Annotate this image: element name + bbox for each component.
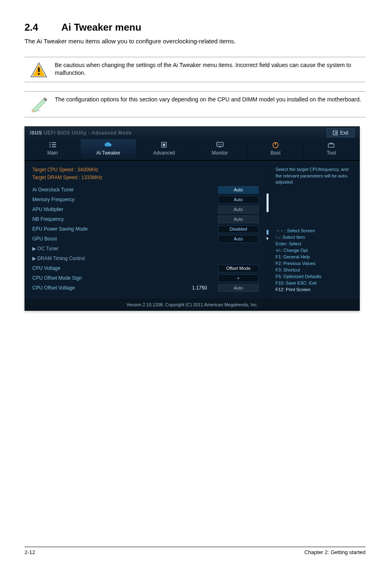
- setting-label: CPU Offset Voltage: [32, 285, 185, 292]
- setting-label: APU Multiplier: [32, 206, 214, 213]
- exit-icon: [333, 130, 338, 135]
- tab-tool-label: Tool: [327, 150, 336, 156]
- help-description: Select the target CPUfrequency, and the …: [276, 166, 354, 195]
- help-key-line: ↑↓: Select Item: [276, 234, 354, 241]
- help-key-line: F5: Optimized Defaults: [276, 274, 354, 280]
- setting-label: Memory Frequency: [32, 196, 214, 203]
- tab-main[interactable]: Main: [25, 139, 81, 160]
- tab-monitor-label: Monitor: [212, 150, 228, 156]
- bios-tabs: Main Ai Tweaker Advanced Monitor Boot To…: [25, 139, 359, 161]
- tab-main-label: Main: [47, 150, 58, 156]
- tab-boot[interactable]: Boot: [248, 139, 303, 160]
- setting-label: ▶ OC Tuner: [32, 245, 214, 252]
- setting-value: +: [218, 274, 259, 282]
- power-icon: [272, 141, 279, 149]
- bios-screenshot: /SUS UEFI BIOS Utility - Advanced Mode E…: [25, 126, 360, 311]
- bios-titlebar: /SUS UEFI BIOS Utility - Advanced Mode E…: [25, 127, 359, 139]
- exit-button[interactable]: Exit: [327, 128, 354, 138]
- warning-text: Be cautious when changing the settings o…: [53, 61, 365, 77]
- section-number: 2.4: [25, 20, 61, 34]
- setting-apu-multiplier[interactable]: APU Multiplier Auto: [32, 205, 263, 215]
- setting-value: Auto: [218, 284, 259, 292]
- setting-value: Offset Mode: [218, 265, 259, 272]
- warning-icon: [25, 61, 53, 78]
- monitor-icon: [216, 141, 224, 149]
- help-key-line: F12: Print Screen: [276, 287, 354, 293]
- bios-brand: /SUS UEFI BIOS Utility - Advanced Mode: [30, 130, 132, 137]
- toolbox-icon: [327, 141, 335, 149]
- list-icon: [49, 141, 57, 149]
- chapter-label: Chapter 2: Getting started: [304, 549, 365, 556]
- brand-logo: /SUS: [30, 130, 42, 136]
- tab-advanced[interactable]: Advanced: [137, 139, 192, 160]
- page-number: 2-12: [25, 549, 35, 556]
- setting-oc-tuner[interactable]: ▶ OC Tuner: [32, 244, 263, 254]
- section-heading: 2.4Ai Tweaker menu: [25, 20, 365, 34]
- tab-monitor[interactable]: Monitor: [192, 139, 248, 160]
- help-key-line: F10: Save ESC: Exit: [276, 280, 354, 287]
- tab-tool[interactable]: Tool: [304, 139, 359, 160]
- setting-value: Auto: [218, 196, 259, 204]
- svg-rect-13: [328, 144, 334, 147]
- setting-label: NB Frequency: [32, 216, 214, 223]
- tab-boot-label: Boot: [271, 150, 281, 156]
- help-key-line: F2: Previous Values: [276, 260, 354, 267]
- setting-label: GPU Boost: [32, 236, 214, 242]
- target-dram-speed: Target DRAM Speed : 1333MHz: [32, 174, 263, 181]
- section-intro: The Ai Tweaker menu items allow you to c…: [25, 37, 365, 45]
- warning-note: Be cautious when changing the settings o…: [25, 57, 365, 82]
- section-title: Ai Tweaker menu: [61, 22, 141, 33]
- scrollbar[interactable]: ▼: [265, 161, 269, 299]
- setting-gpu-boost[interactable]: GPU Boost Auto: [32, 234, 263, 244]
- setting-overclock-tuner[interactable]: Ai Overclock Tuner Auto: [32, 185, 263, 195]
- tab-advanced-label: Advanced: [153, 150, 175, 156]
- help-key-line: +/-: Change Opt.: [276, 247, 354, 254]
- setting-memory-frequency[interactable]: Memory Frequency Auto: [32, 195, 263, 205]
- svg-point-3: [38, 73, 40, 75]
- help-key-line: F1: General Help: [276, 254, 354, 260]
- page-footer: 2-12 Chapter 2: Getting started: [25, 547, 365, 556]
- setting-dram-timing[interactable]: ▶ DRAM Timing Control: [32, 254, 263, 264]
- setting-label: Ai Overclock Tuner: [32, 186, 214, 193]
- setting-value: Auto: [218, 235, 259, 243]
- info-note: The configuration options for this secti…: [25, 91, 365, 117]
- tab-tweaker-label: Ai Tweaker: [96, 150, 120, 156]
- setting-epu-mode[interactable]: EPU Power Saving Mode Disabled: [32, 224, 263, 234]
- bios-footer: Version 2.10.1208. Copyright (C) 2011 Am…: [25, 299, 359, 310]
- help-keys: →←: Select Screen ↑↓: Select Item Enter:…: [276, 228, 354, 293]
- tab-ai-tweaker[interactable]: Ai Tweaker: [81, 139, 136, 160]
- scroll-down-icon[interactable]: ▼: [265, 236, 269, 242]
- pencil-icon: [25, 96, 53, 113]
- setting-offset-voltage[interactable]: CPU Offset Voltage 1.1750 Auto: [32, 283, 263, 293]
- setting-value: Auto: [218, 186, 259, 194]
- setting-nb-frequency[interactable]: NB Frequency Auto: [32, 215, 263, 224]
- brand-mode: UEFI BIOS Utility - Advanced Mode: [42, 130, 132, 136]
- info-text: The configuration options for this secti…: [53, 96, 365, 104]
- setting-value: Auto: [218, 206, 259, 213]
- bios-help-panel: Select the target CPUfrequency, and the …: [269, 161, 359, 299]
- svg-rect-2: [38, 67, 40, 72]
- setting-label: ▶ DRAM Timing Control: [32, 255, 214, 262]
- help-key-line: F3: Shortcut: [276, 267, 354, 274]
- setting-cpu-voltage[interactable]: CPU Voltage Offset Mode: [32, 264, 263, 274]
- setting-value: Disabled: [218, 225, 259, 233]
- help-key-line: →←: Select Screen: [276, 228, 354, 234]
- exit-label: Exit: [340, 130, 348, 137]
- chip-icon: [160, 141, 168, 149]
- scroll-marker: [267, 230, 269, 235]
- scroll-thumb[interactable]: [267, 193, 269, 212]
- setting-value: Auto: [218, 215, 259, 223]
- help-key-line: Enter: Select: [276, 241, 354, 247]
- target-cpu-speed: Target CPU Speed : 3400MHz: [32, 166, 263, 173]
- setting-label: CPU Offset Mode Sign: [32, 275, 214, 282]
- setting-numeric: 1.1750: [185, 285, 214, 292]
- setting-label: CPU Voltage: [32, 265, 214, 272]
- bios-settings-panel: Target CPU Speed : 3400MHz Target DRAM S…: [25, 161, 265, 299]
- setting-label: EPU Power Saving Mode: [32, 226, 214, 233]
- setting-offset-sign[interactable]: CPU Offset Mode Sign +: [32, 274, 263, 283]
- cloud-icon: [104, 141, 113, 149]
